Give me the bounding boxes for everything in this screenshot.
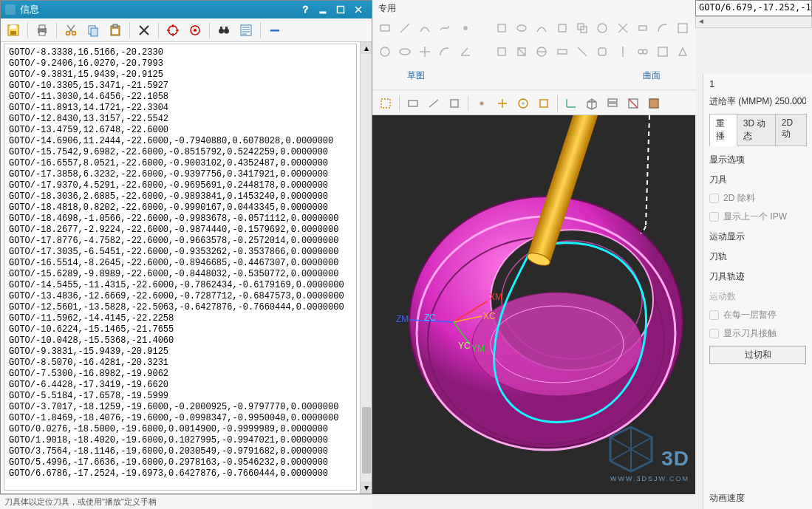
checkbox-pause-each-layer[interactable]: 在每一层暂停 xyxy=(709,309,806,321)
filter-face-icon[interactable] xyxy=(404,95,422,112)
sketch-angle-icon[interactable] xyxy=(457,43,473,61)
ribbon-group-sketch[interactable]: 草图 xyxy=(400,68,432,85)
surf-bbox-icon[interactable] xyxy=(675,19,691,37)
target1-icon[interactable] xyxy=(163,21,182,40)
sub-toolbar xyxy=(372,92,695,115)
surf2-4-icon[interactable] xyxy=(554,43,570,61)
sketch-circle-icon[interactable] xyxy=(377,43,392,61)
binoculars-icon[interactable] xyxy=(214,21,233,40)
save-icon[interactable] xyxy=(4,21,23,40)
sketch-ellipse-icon[interactable] xyxy=(397,43,412,61)
info-window: 信息 ? GOTO/-8.3338,16.5166,-20.2330 GOTO/… xyxy=(0,0,372,494)
cut-icon[interactable] xyxy=(61,21,81,40)
snap-mid-icon[interactable] xyxy=(494,95,511,112)
view-layer-icon[interactable] xyxy=(604,95,621,112)
checkbox-show-tool-contact-label: 显示刀具接触 xyxy=(723,327,777,340)
collapse-icon[interactable] xyxy=(265,21,284,40)
checkbox-show-tool-contact[interactable]: 显示刀具接触 xyxy=(709,327,806,340)
surf2-3-icon[interactable] xyxy=(534,43,550,61)
surf-loft-icon[interactable] xyxy=(554,19,570,37)
checkbox-show-prev-ipw-label: 显示上一个 IPW xyxy=(723,211,787,223)
section-motion-count: 运动数 xyxy=(709,290,806,303)
checkbox-show-prev-ipw[interactable]: 显示上一个 IPW xyxy=(709,211,806,223)
surf-blend-icon[interactable] xyxy=(655,19,670,37)
svg-rect-49 xyxy=(10,25,16,29)
svg-point-21 xyxy=(480,102,483,105)
scroll-up-icon[interactable]: ▴ xyxy=(361,42,372,54)
svg-rect-66 xyxy=(220,27,222,30)
surf2-9-icon[interactable] xyxy=(655,43,670,61)
svg-rect-14 xyxy=(598,48,606,55)
surf2-8-icon[interactable] xyxy=(635,43,650,61)
scroll-thumb[interactable] xyxy=(362,407,371,474)
surf2-7-icon[interactable] xyxy=(615,43,630,61)
svg-rect-57 xyxy=(91,28,98,36)
ribbon-group-surface[interactable]: 曲面 xyxy=(635,68,668,85)
svg-point-3 xyxy=(517,25,526,31)
paste-icon[interactable] xyxy=(106,21,125,40)
print-icon[interactable] xyxy=(33,21,52,40)
svg-text:?: ? xyxy=(303,5,308,14)
tab-2d-dynamic[interactable]: 2D 动 xyxy=(775,114,807,146)
snap-end-icon[interactable] xyxy=(473,95,491,112)
surf2-10-icon[interactable] xyxy=(675,43,691,61)
view-section-icon[interactable] xyxy=(624,95,642,112)
shape-point-icon[interactable] xyxy=(457,19,473,37)
sketch-cross-icon[interactable] xyxy=(417,43,433,61)
surf2-2-icon[interactable] xyxy=(514,43,530,61)
tab-special[interactable]: 专用 xyxy=(378,2,396,15)
filter-body-icon[interactable] xyxy=(446,95,463,112)
svg-rect-8 xyxy=(678,24,687,33)
tab-3d-dynamic[interactable]: 3D 动态 xyxy=(737,114,776,146)
command-input[interactable]: GOTO/6.679,-17.252,-19.6 xyxy=(695,0,812,16)
surf2-1-icon[interactable] xyxy=(494,43,509,61)
view-iso-icon[interactable] xyxy=(583,95,601,112)
surf2-6-icon[interactable] xyxy=(595,43,610,61)
checkbox-2d-remove[interactable]: 2D 除料 xyxy=(709,192,806,205)
snap-quad-icon[interactable] xyxy=(535,95,553,112)
maximize-button[interactable] xyxy=(332,2,349,17)
shape-line-icon[interactable] xyxy=(397,19,412,37)
section-tool-trace: 刀具轨迹 xyxy=(709,270,806,283)
goto-listing[interactable]: GOTO/-8.3338,16.5166,-20.2330 GOTO/-9.24… xyxy=(4,44,357,491)
shape-spline-icon[interactable] xyxy=(437,19,453,37)
sketch-fillet-icon[interactable] xyxy=(437,43,453,61)
3d-viewport[interactable]: XM XC ZM ZC YC YM 3D WWW.3DSJW.COM xyxy=(372,115,695,494)
checkbox-pause-each-layer-label: 在每一层暂停 xyxy=(723,309,777,321)
svg-point-6 xyxy=(598,24,607,33)
surf-extend-icon[interactable] xyxy=(635,19,650,37)
surf2-5-icon[interactable] xyxy=(574,43,590,61)
surf-offset-icon[interactable] xyxy=(574,19,590,37)
shape-arc-icon[interactable] xyxy=(417,19,433,37)
svg-rect-24 xyxy=(540,100,547,107)
list-icon[interactable] xyxy=(236,21,256,40)
info-app-icon xyxy=(5,4,16,15)
select-mode-icon[interactable] xyxy=(377,95,395,112)
close-button[interactable] xyxy=(349,2,367,17)
svg-rect-19 xyxy=(409,100,417,106)
info-titlebar[interactable]: 信息 ? xyxy=(1,1,372,18)
snap-center-icon[interactable] xyxy=(514,95,532,112)
command-hscroll[interactable]: ◄ xyxy=(695,16,812,28)
view-wcs-icon[interactable] xyxy=(562,95,580,112)
svg-rect-50 xyxy=(10,31,16,35)
help-button[interactable]: ? xyxy=(296,2,314,17)
surf-sweep-icon[interactable] xyxy=(534,19,550,37)
info-vscroll[interactable]: ▴ ▾ xyxy=(360,42,372,493)
gouge-check-button[interactable]: 过切和 xyxy=(709,346,806,364)
surf-fill-icon[interactable] xyxy=(595,19,610,37)
target2-icon[interactable] xyxy=(185,21,205,40)
minimize-button[interactable] xyxy=(314,2,332,17)
tab-replay[interactable]: 重播 xyxy=(709,114,737,146)
shape-rect-icon[interactable] xyxy=(377,19,392,37)
surf-extrude-icon[interactable] xyxy=(494,19,509,37)
copy-icon[interactable] xyxy=(83,21,103,40)
surf-revolve-icon[interactable] xyxy=(514,19,530,37)
svg-rect-20 xyxy=(451,100,458,107)
filter-edge-icon[interactable] xyxy=(425,95,443,112)
surf-trim-icon[interactable] xyxy=(615,19,630,37)
view-shade-icon[interactable] xyxy=(645,95,663,112)
scroll-down-icon[interactable]: ▾ xyxy=(361,482,372,493)
delete-icon[interactable] xyxy=(134,21,154,40)
svg-point-15 xyxy=(638,49,643,54)
